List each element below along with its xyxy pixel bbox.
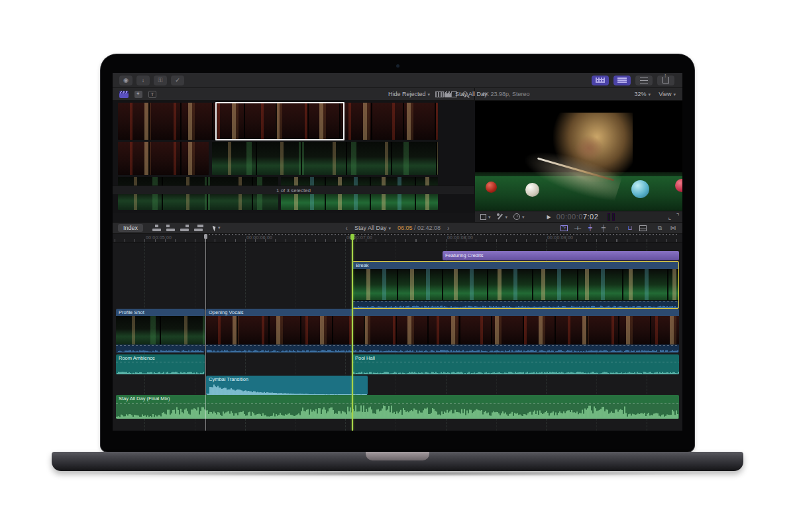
sliders-icon	[640, 78, 648, 83]
play-button[interactable]: ▶	[547, 214, 551, 220]
laptop-base	[52, 452, 743, 471]
clip-profile-shot[interactable]: Profile Shot	[116, 309, 205, 352]
clip-final-mix[interactable]: Stay All Day (Final Mix)	[116, 395, 679, 419]
overwrite-edit-icon[interactable]	[194, 225, 203, 231]
enhancements-dropdown[interactable]	[497, 213, 508, 220]
window-toolbar: ◉ ↓ ⚿ ✓	[113, 73, 682, 88]
libraries-sidebar-icon[interactable]	[119, 91, 129, 98]
viewer-view-dropdown[interactable]: View	[659, 91, 676, 97]
timeline-project-dropdown[interactable]: Stay All Day	[354, 225, 391, 231]
laptop-shadow	[73, 471, 722, 476]
browser-filmstrip-singer-2[interactable]	[118, 142, 209, 175]
tool-select-dropdown[interactable]	[213, 225, 221, 231]
ruler-label-5s: 00:00:05:00	[146, 235, 172, 240]
arrow-tool-icon	[213, 225, 217, 231]
ruler-label-6s: 00:00:06:00	[246, 235, 272, 240]
music-wave-background	[116, 403, 679, 419]
viewer-pane	[475, 101, 682, 211]
clip-cymbal-transition[interactable]: Cymbal Transition	[206, 376, 368, 395]
audio-meter-right	[612, 213, 615, 221]
retime-dropdown[interactable]	[513, 213, 525, 220]
clip-filmstrip	[353, 269, 678, 300]
browser-pane	[113, 101, 475, 213]
secondary-toolbar: T Hide Rejected 4K 23.98p, Stereo Stay A…	[113, 88, 682, 101]
timeline-toolbar: Index ‹ Stay All Day 06:05 / 02:42:08 ›	[113, 222, 682, 234]
clip-filmstrip	[116, 316, 205, 345]
share-icon	[662, 77, 669, 83]
photos-audio-sidebar-icon[interactable]	[134, 91, 142, 98]
selection-status: 1 of 3 selected	[276, 187, 311, 193]
insert-edit-icon[interactable]	[166, 225, 175, 231]
viewer-project-name: Stay All Day	[455, 91, 488, 97]
trim-tool-icon[interactable]	[573, 225, 581, 231]
playhead-position: 06:05	[398, 225, 413, 231]
previous-project-chevron[interactable]: ‹	[346, 225, 348, 232]
filmstrip-view-icon[interactable]	[435, 91, 444, 97]
render-indicator	[205, 234, 677, 235]
timeline-ruler[interactable]: 00:00:05:00 00:00:06:00 00:00:07:00 00:0…	[113, 234, 682, 242]
clip-appearance-icon[interactable]	[639, 225, 647, 231]
ruler-ticks	[115, 239, 682, 242]
show-browser-button[interactable]	[592, 76, 609, 85]
retime-clock-icon	[513, 213, 520, 220]
download-button[interactable]: ↓	[136, 76, 150, 85]
format-info: 4K 23.98p, Stereo	[482, 91, 530, 97]
clip-break[interactable]: Break	[352, 261, 679, 309]
timecode-dim: 00:00:0	[556, 213, 583, 221]
ruler-label-8s: 00:00:08:00	[447, 235, 473, 240]
transitions-browser-icon[interactable]	[669, 225, 677, 231]
index-button[interactable]: Index	[118, 224, 143, 232]
effects-browser-icon[interactable]	[656, 225, 664, 231]
clip-titlebar	[353, 262, 678, 269]
clip-filmstrip	[206, 316, 679, 345]
timeline-bars-icon	[617, 78, 627, 83]
webcam-dot	[396, 64, 399, 68]
clip-audio-strip	[116, 345, 205, 352]
keyword-editor-button[interactable]: ⚿	[154, 76, 167, 85]
solo-toggle-icon[interactable]	[613, 225, 621, 231]
ruler-label-9s: 00:00:09:00	[547, 235, 573, 240]
project-clapper-icon	[445, 91, 452, 97]
timeline-tracks: Featuring Credits Break Profile Shot Ope…	[113, 242, 682, 431]
append-edit-icon[interactable]	[180, 225, 189, 231]
crop-icon	[480, 214, 486, 220]
clip-filter-dropdown[interactable]: Hide Rejected	[388, 91, 430, 97]
browser-filmstrip-pool-1[interactable]	[212, 142, 438, 175]
laptop-lid-notch	[366, 452, 429, 460]
crop-tool-dropdown[interactable]	[480, 213, 491, 220]
cue-ball	[525, 183, 539, 197]
viewer-control-bar: ▶ 00:00:0 7:02	[475, 211, 682, 222]
clip-featuring-credits[interactable]: Featuring Credits	[443, 251, 679, 260]
clip-opening-vocals[interactable]: Opening Vocals	[206, 309, 679, 352]
blue-ball	[631, 180, 649, 198]
titles-generators-sidebar-icon[interactable]: T	[148, 91, 156, 98]
timecode-lit: 7:02	[583, 213, 598, 221]
clip-pool-hall[interactable]: Pool Hall	[352, 354, 679, 374]
share-button[interactable]	[657, 76, 674, 85]
browser-selection-range[interactable]	[215, 102, 344, 140]
skimming-toggle-icon[interactable]	[586, 225, 594, 231]
connect-edit-icon[interactable]	[152, 225, 161, 231]
timeline-timecode: 06:05 / 02:42:08	[398, 225, 441, 231]
next-project-chevron[interactable]: ›	[447, 225, 449, 232]
playhead-handle[interactable]	[350, 234, 354, 240]
audio-skimming-toggle-icon[interactable]	[600, 225, 608, 231]
media-import-button[interactable]: ◉	[119, 76, 132, 85]
background-tasks-button[interactable]: ✓	[171, 76, 184, 85]
audio-meters[interactable]	[608, 213, 615, 221]
show-timeline-button[interactable]	[613, 76, 631, 85]
playhead[interactable]	[352, 234, 353, 431]
browser-status-bar: 1 of 3 selected	[113, 186, 475, 194]
fcp-window: ◉ ↓ ⚿ ✓ T Hide Rejected	[113, 73, 682, 431]
viewer-timecode: 00:00:0 7:02	[556, 213, 599, 221]
fullscreen-icon[interactable]	[670, 213, 677, 220]
audio-meter-toggle-icon[interactable]	[560, 225, 568, 231]
red-ball-left	[486, 182, 497, 193]
project-duration: 02:42:08	[417, 225, 441, 231]
inspector-button[interactable]	[635, 76, 653, 85]
clip-room-ambience[interactable]: Room Ambience	[116, 354, 205, 374]
viewer-zoom-dropdown[interactable]: 32%	[635, 91, 651, 97]
audio-meter-left	[608, 213, 610, 221]
snapping-toggle-icon[interactable]	[626, 225, 634, 231]
browser-grid-icon	[596, 78, 605, 83]
